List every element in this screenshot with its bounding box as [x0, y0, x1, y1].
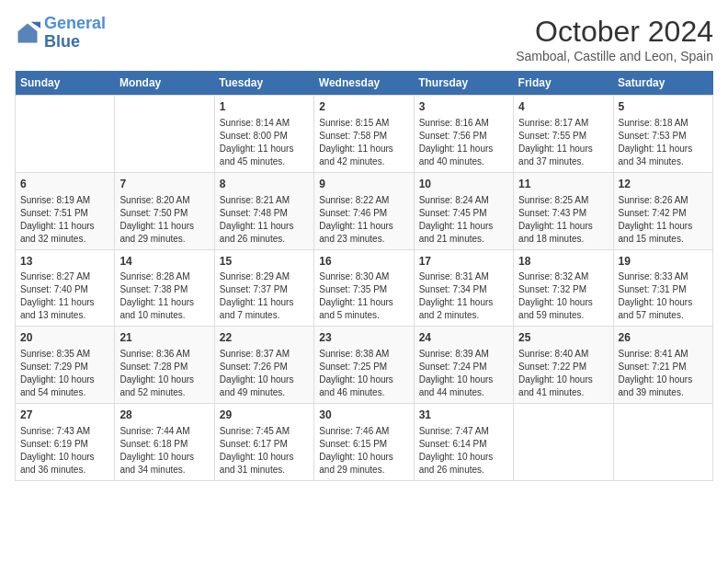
- cell-info: Sunrise: 8:37 AM Sunset: 7:26 PM Dayligh…: [220, 348, 309, 399]
- cell-info: Sunrise: 8:17 AM Sunset: 7:55 PM Dayligh…: [518, 117, 608, 168]
- day-number: 20: [20, 330, 109, 346]
- cell-info: Sunrise: 8:38 AM Sunset: 7:25 PM Dayligh…: [319, 348, 408, 399]
- day-number: 9: [319, 177, 408, 192]
- cell-info: Sunrise: 8:40 AM Sunset: 7:22 PM Dayligh…: [518, 348, 608, 399]
- weekday-header-sunday: Sunday: [16, 71, 115, 96]
- cell-info: Sunrise: 8:19 AM Sunset: 7:51 PM Dayligh…: [20, 194, 109, 246]
- weekday-header-saturday: Saturday: [613, 71, 712, 96]
- logo-icon: [15, 20, 40, 46]
- calendar-cell: 31Sunrise: 7:47 AM Sunset: 6:14 PM Dayli…: [414, 404, 513, 481]
- calendar-cell: 20Sunrise: 8:35 AM Sunset: 7:29 PM Dayli…: [16, 327, 115, 404]
- calendar-cell: 3Sunrise: 8:16 AM Sunset: 7:56 PM Daylig…: [414, 96, 513, 173]
- day-number: 14: [119, 254, 209, 270]
- day-number: 16: [319, 254, 408, 270]
- cell-info: Sunrise: 8:39 AM Sunset: 7:24 PM Dayligh…: [419, 348, 508, 399]
- calendar-cell: 30Sunrise: 7:46 AM Sunset: 6:15 PM Dayli…: [314, 404, 414, 481]
- day-number: 7: [119, 177, 209, 192]
- location-subtitle: Samboal, Castille and Leon, Spain: [516, 49, 713, 63]
- svg-marker-2: [31, 22, 41, 29]
- calendar-cell: 10Sunrise: 8:24 AM Sunset: 7:45 PM Dayli…: [414, 172, 513, 249]
- cell-info: Sunrise: 7:47 AM Sunset: 6:14 PM Dayligh…: [419, 425, 508, 477]
- calendar-cell: 7Sunrise: 8:20 AM Sunset: 7:50 PM Daylig…: [115, 172, 214, 249]
- day-number: 23: [319, 330, 408, 346]
- day-number: 27: [20, 408, 109, 423]
- day-number: 30: [319, 408, 408, 423]
- calendar-cell: 8Sunrise: 8:21 AM Sunset: 7:48 PM Daylig…: [214, 172, 313, 249]
- calendar-cell: 13Sunrise: 8:27 AM Sunset: 7:40 PM Dayli…: [16, 249, 115, 327]
- calendar-cell: 15Sunrise: 8:29 AM Sunset: 7:37 PM Dayli…: [214, 249, 313, 327]
- day-number: 5: [619, 99, 708, 115]
- day-number: 28: [119, 408, 209, 423]
- day-number: 31: [419, 408, 508, 423]
- calendar-cell: 2Sunrise: 8:15 AM Sunset: 7:58 PM Daylig…: [314, 96, 414, 173]
- svg-marker-1: [18, 23, 38, 42]
- day-number: 22: [220, 330, 309, 346]
- cell-info: Sunrise: 7:45 AM Sunset: 6:17 PM Dayligh…: [220, 425, 309, 477]
- day-number: 11: [518, 177, 608, 192]
- calendar-week-4: 20Sunrise: 8:35 AM Sunset: 7:29 PM Dayli…: [16, 327, 713, 404]
- day-number: 15: [220, 254, 309, 270]
- calendar-cell: 4Sunrise: 8:17 AM Sunset: 7:55 PM Daylig…: [514, 96, 613, 173]
- day-number: 26: [619, 330, 708, 346]
- calendar-week-2: 6Sunrise: 8:19 AM Sunset: 7:51 PM Daylig…: [16, 172, 713, 249]
- cell-info: Sunrise: 8:22 AM Sunset: 7:46 PM Dayligh…: [319, 194, 408, 246]
- title-area: October 2024 Samboal, Castille and Leon,…: [516, 15, 713, 63]
- day-number: 1: [220, 99, 309, 115]
- cell-info: Sunrise: 8:32 AM Sunset: 7:32 PM Dayligh…: [518, 270, 608, 322]
- cell-info: Sunrise: 7:44 AM Sunset: 6:18 PM Dayligh…: [119, 425, 209, 477]
- calendar-cell: 16Sunrise: 8:30 AM Sunset: 7:35 PM Dayli…: [314, 249, 414, 327]
- cell-info: Sunrise: 8:36 AM Sunset: 7:28 PM Dayligh…: [119, 348, 209, 399]
- day-number: 13: [20, 254, 109, 270]
- day-number: 24: [419, 330, 508, 346]
- calendar-cell: 14Sunrise: 8:28 AM Sunset: 7:38 PM Dayli…: [115, 249, 214, 327]
- cell-info: Sunrise: 8:27 AM Sunset: 7:40 PM Dayligh…: [20, 270, 109, 322]
- calendar-cell: 11Sunrise: 8:25 AM Sunset: 7:43 PM Dayli…: [514, 172, 613, 249]
- day-number: 12: [619, 177, 708, 192]
- weekday-header-wednesday: Wednesday: [314, 71, 414, 96]
- calendar-table: SundayMondayTuesdayWednesdayThursdayFrid…: [15, 71, 713, 481]
- cell-info: Sunrise: 8:18 AM Sunset: 7:53 PM Dayligh…: [619, 117, 708, 168]
- day-number: 10: [419, 177, 508, 192]
- month-title: October 2024: [516, 15, 713, 49]
- day-number: 19: [619, 254, 708, 270]
- cell-info: Sunrise: 7:43 AM Sunset: 6:19 PM Dayligh…: [20, 425, 109, 477]
- cell-info: Sunrise: 8:41 AM Sunset: 7:21 PM Dayligh…: [619, 348, 708, 399]
- weekday-header-friday: Friday: [514, 71, 613, 96]
- calendar-cell: [16, 96, 115, 173]
- calendar-cell: 25Sunrise: 8:40 AM Sunset: 7:22 PM Dayli…: [514, 327, 613, 404]
- cell-info: Sunrise: 8:28 AM Sunset: 7:38 PM Dayligh…: [119, 270, 209, 322]
- day-number: 17: [419, 254, 508, 270]
- cell-info: Sunrise: 8:14 AM Sunset: 8:00 PM Dayligh…: [220, 117, 309, 168]
- day-number: 18: [518, 254, 608, 270]
- weekday-header-row: SundayMondayTuesdayWednesdayThursdayFrid…: [16, 71, 713, 96]
- calendar-cell: 12Sunrise: 8:26 AM Sunset: 7:42 PM Dayli…: [613, 172, 712, 249]
- calendar-cell: 27Sunrise: 7:43 AM Sunset: 6:19 PM Dayli…: [16, 404, 115, 481]
- calendar-cell: [514, 404, 613, 481]
- cell-info: Sunrise: 8:30 AM Sunset: 7:35 PM Dayligh…: [319, 270, 408, 322]
- calendar-cell: 9Sunrise: 8:22 AM Sunset: 7:46 PM Daylig…: [314, 172, 414, 249]
- calendar-cell: 23Sunrise: 8:38 AM Sunset: 7:25 PM Dayli…: [314, 327, 414, 404]
- cell-info: Sunrise: 8:35 AM Sunset: 7:29 PM Dayligh…: [20, 348, 109, 399]
- calendar-cell: 1Sunrise: 8:14 AM Sunset: 8:00 PM Daylig…: [214, 96, 313, 173]
- cell-info: Sunrise: 8:15 AM Sunset: 7:58 PM Dayligh…: [319, 117, 408, 168]
- cell-info: Sunrise: 8:20 AM Sunset: 7:50 PM Dayligh…: [119, 194, 209, 246]
- logo: General Blue: [15, 15, 106, 52]
- calendar-cell: 17Sunrise: 8:31 AM Sunset: 7:34 PM Dayli…: [414, 249, 513, 327]
- weekday-header-monday: Monday: [115, 71, 214, 96]
- day-number: 6: [20, 177, 109, 192]
- calendar-cell: 29Sunrise: 7:45 AM Sunset: 6:17 PM Dayli…: [214, 404, 313, 481]
- day-number: 4: [518, 99, 608, 115]
- day-number: 21: [119, 330, 209, 346]
- cell-info: Sunrise: 8:31 AM Sunset: 7:34 PM Dayligh…: [419, 270, 508, 322]
- page-header: General Blue October 2024 Samboal, Casti…: [15, 15, 713, 63]
- day-number: 29: [220, 408, 309, 423]
- logo-text: General Blue: [44, 15, 106, 52]
- calendar-cell: 26Sunrise: 8:41 AM Sunset: 7:21 PM Dayli…: [613, 327, 712, 404]
- cell-info: Sunrise: 8:24 AM Sunset: 7:45 PM Dayligh…: [419, 194, 508, 246]
- weekday-header-tuesday: Tuesday: [214, 71, 313, 96]
- calendar-cell: 6Sunrise: 8:19 AM Sunset: 7:51 PM Daylig…: [16, 172, 115, 249]
- calendar-cell: 18Sunrise: 8:32 AM Sunset: 7:32 PM Dayli…: [514, 249, 613, 327]
- weekday-header-thursday: Thursday: [414, 71, 513, 96]
- calendar-cell: 24Sunrise: 8:39 AM Sunset: 7:24 PM Dayli…: [414, 327, 513, 404]
- calendar-cell: 5Sunrise: 8:18 AM Sunset: 7:53 PM Daylig…: [613, 96, 712, 173]
